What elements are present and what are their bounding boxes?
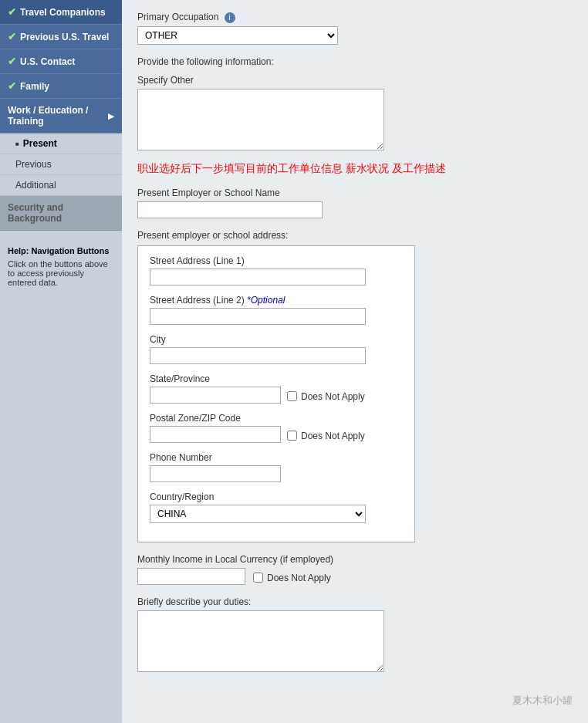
income-does-not-apply-row: Does Not Apply <box>253 573 331 583</box>
phone-label: Phone Number <box>150 452 403 463</box>
street1-field: Street Address (Line 1) <box>150 255 403 285</box>
income-input[interactable] <box>137 568 245 585</box>
state-does-not-apply-label: Does Not Apply <box>301 391 365 402</box>
sidebar-item-family[interactable]: ✔ Family <box>0 74 122 99</box>
chinese-note: 职业选好后下一步填写目前的工作单位信息 薪水状况 及工作描述 <box>137 162 573 176</box>
specify-other-label: Specify Other <box>137 75 573 86</box>
primary-occupation-select[interactable]: OTHER STUDENT EMPLOYED SELF-EMPLOYED RET… <box>137 26 338 45</box>
street2-field: Street Address (Line 2) *Optional <box>150 295 403 325</box>
country-field: Country/Region CHINA UNITED STATES OTHER <box>150 492 403 523</box>
employer-address-section: Present employer or school address: Stre… <box>137 230 573 542</box>
check-icon: ✔ <box>8 80 16 92</box>
employer-name-label: Present Employer or School Name <box>137 188 573 198</box>
primary-occupation-section: Primary Occupation i OTHER STUDENT EMPLO… <box>137 12 573 45</box>
monthly-income-section: Monthly Income in Local Currency (if emp… <box>137 554 573 585</box>
check-icon: ✔ <box>8 6 16 18</box>
main-content: Primary Occupation i OTHER STUDENT EMPLO… <box>122 0 588 723</box>
optional-label: *Optional <box>247 295 285 306</box>
sidebar-item-security[interactable]: Security and Background <box>0 196 122 231</box>
employer-name-input[interactable] <box>137 201 323 218</box>
sidebar-item-previous[interactable]: Previous <box>0 154 122 175</box>
sidebar-item-additional[interactable]: Additional <box>0 175 122 196</box>
country-label: Country/Region <box>150 492 403 502</box>
check-icon: ✔ <box>8 56 16 67</box>
employer-name-section: Present Employer or School Name <box>137 188 573 218</box>
watermark: 夏木木和小罐 <box>512 694 573 708</box>
income-does-not-apply-checkbox[interactable] <box>253 573 263 583</box>
phone-field: Phone Number <box>150 452 403 482</box>
income-does-not-apply-label: Does Not Apply <box>267 573 331 583</box>
sidebar-section-work[interactable]: Work / Education / Training ▶ <box>0 99 122 133</box>
sidebar-item-us-contact[interactable]: ✔ U.S. Contact <box>0 49 122 74</box>
monthly-income-label: Monthly Income in Local Currency (if emp… <box>137 554 573 565</box>
country-select[interactable]: CHINA UNITED STATES OTHER <box>150 505 366 523</box>
street1-input[interactable] <box>150 269 366 285</box>
primary-occupation-label: Primary Occupation i <box>137 12 573 23</box>
postal-does-not-apply-label: Does Not Apply <box>301 431 365 441</box>
state-does-not-apply-checkbox[interactable] <box>287 391 297 401</box>
duties-textarea[interactable] <box>137 610 384 672</box>
city-field: City <box>150 334 403 364</box>
employer-address-label: Present employer or school address: <box>137 230 573 241</box>
sidebar-item-travel-companions[interactable]: ✔ Travel Companions <box>0 0 122 25</box>
postal-input[interactable] <box>150 426 281 443</box>
sidebar-item-previous-us-travel[interactable]: ✔ Previous U.S. Travel <box>0 25 122 49</box>
sidebar-item-present[interactable]: Present <box>0 133 122 154</box>
phone-input[interactable] <box>150 465 281 482</box>
postal-does-not-apply-checkbox[interactable] <box>287 431 297 441</box>
city-label: City <box>150 334 403 345</box>
postal-label: Postal Zone/ZIP Code <box>150 413 403 424</box>
state-input[interactable] <box>150 387 281 404</box>
address-box: Street Address (Line 1) Street Address (… <box>137 245 415 542</box>
help-text: Click on the buttons above to access pre… <box>8 259 114 287</box>
sidebar-help: Help: Navigation Buttons Click on the bu… <box>0 238 122 295</box>
specify-other-textarea[interactable] <box>137 89 384 150</box>
provide-info-text: Provide the following information: <box>137 56 573 67</box>
duties-section: Briefly describe your duties: <box>137 596 573 672</box>
state-label: State/Province <box>150 373 403 384</box>
sidebar-work-sub-items: Present Previous Additional <box>0 133 122 196</box>
state-field: State/Province Does Not Apply <box>150 373 403 404</box>
check-icon: ✔ <box>8 31 16 42</box>
specify-other-section: Specify Other <box>137 75 573 150</box>
sidebar: ✔ Travel Companions ✔ Previous U.S. Trav… <box>0 0 122 723</box>
help-title: Help: Navigation Buttons <box>8 246 114 255</box>
duties-label: Briefly describe your duties: <box>137 596 573 607</box>
postal-does-not-apply-row: Does Not Apply <box>287 431 365 441</box>
city-input[interactable] <box>150 347 366 364</box>
street1-label: Street Address (Line 1) <box>150 255 403 266</box>
street2-input[interactable] <box>150 308 366 325</box>
street2-label: Street Address (Line 2) *Optional <box>150 295 403 306</box>
income-row: Does Not Apply <box>137 568 573 585</box>
arrow-icon: ▶ <box>108 112 114 120</box>
postal-field: Postal Zone/ZIP Code Does Not Apply <box>150 413 403 443</box>
state-does-not-apply-row: Does Not Apply <box>287 391 365 402</box>
info-icon[interactable]: i <box>225 12 235 23</box>
